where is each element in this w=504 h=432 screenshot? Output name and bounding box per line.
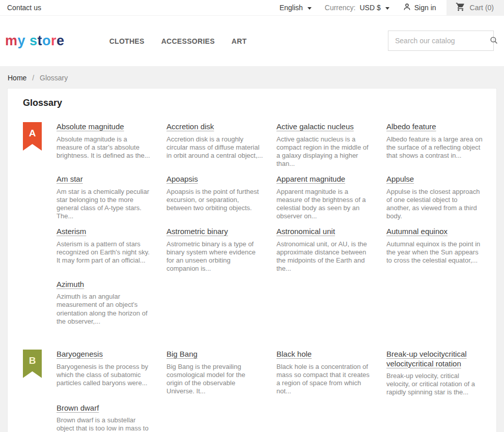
term-description: Apparent magnitude is a measure of the b… — [276, 188, 377, 220]
search-icon — [489, 36, 498, 46]
glossary-term: Accretion disk Accretion disk is a rough… — [166, 122, 267, 168]
store-logo[interactable]: my store — [5, 33, 65, 49]
glossary-term: Astrometric binary Astrometric binary is… — [166, 227, 267, 273]
term-description: Black hole is a concentration of mass so… — [276, 363, 377, 395]
top-bar: Contact us English Currency: USD $ Sign … — [0, 0, 504, 16]
term-description: Autumnal equinox is the point in the yea… — [386, 240, 487, 265]
glossary-term: Active galactic nucleus Active galactic … — [276, 122, 377, 168]
term-description: Azimuth is an angular measurement of an … — [57, 293, 157, 325]
search-input[interactable] — [388, 31, 487, 50]
glossary-term: Autumnal equinox Autumnal equinox is the… — [386, 227, 487, 273]
term-link[interactable]: Accretion disk — [166, 122, 214, 131]
term-description: Astrometric binary is a type of binary s… — [166, 240, 267, 273]
nav-item-art[interactable]: ART — [232, 37, 247, 45]
term-description: Brown dwarf is a substellar object that … — [57, 416, 157, 432]
term-description: Active galactic nucleus is a compact reg… — [276, 135, 377, 168]
page-body: Home / Glossary Glossary A Absolute magn… — [0, 66, 504, 432]
breadcrumb-current: Glossary — [40, 74, 68, 82]
currency-label: Currency: — [325, 4, 356, 12]
term-description: Albedo feature is a large area on the su… — [386, 135, 487, 160]
term-description: Big Bang is the prevailing cosmological … — [166, 363, 267, 395]
language-selected-label: English — [279, 4, 303, 12]
cart-label: Cart (0) — [470, 4, 494, 12]
currency-selected-label: USD $ — [360, 4, 381, 12]
glossary-panel: Glossary A Absolute magnitude Absolute m… — [7, 88, 497, 432]
term-description: Appulse is the closest approach of one c… — [386, 188, 487, 220]
term-link[interactable]: Appulse — [386, 175, 414, 183]
page-title: Glossary — [23, 98, 488, 108]
main-header: my store CLOTHES ACCESSORIES ART — [0, 16, 504, 66]
term-link[interactable]: Apparent magnitude — [276, 175, 345, 183]
glossary-term: Appulse Appulse is the closest approach … — [386, 175, 487, 220]
glossary-term: Am star Am star is a chemically peculiar… — [57, 175, 157, 220]
search-box — [388, 31, 494, 51]
term-link[interactable]: Black hole — [276, 350, 312, 358]
search-button[interactable] — [487, 36, 504, 46]
glossary-term: Apparent magnitude Apparent magnitude is… — [276, 175, 377, 220]
breadcrumb: Home / Glossary — [7, 66, 497, 88]
term-link[interactable]: Big Bang — [166, 350, 198, 358]
caret-down-icon — [385, 7, 389, 10]
term-link[interactable]: Asterism — [57, 227, 86, 236]
term-link[interactable]: Baryogenesis — [57, 350, 103, 358]
term-description: Accretion disk is a roughly circular mas… — [166, 135, 267, 160]
glossary-term: Absolute magnitude Absolute magnitude is… — [57, 122, 157, 168]
breadcrumb-separator: / — [32, 74, 34, 82]
glossary-letter-section: A Absolute magnitude Absolute magnitude … — [16, 122, 488, 326]
top-bar-right: English Currency: USD $ Sign in Car — [279, 0, 504, 15]
glossary-term: Baryogenesis Baryogenesis is the process… — [57, 350, 157, 397]
sign-in-link[interactable]: Sign in — [403, 0, 436, 15]
glossary-term: Asterism Asterism is a pattern of stars … — [57, 227, 157, 273]
contact-us-link[interactable]: Contact us — [7, 0, 41, 15]
letter-badge-label: B — [29, 355, 36, 366]
glossary-letter-section: B Baryogenesis Baryogenesis is the proce… — [16, 350, 488, 432]
term-link[interactable]: Active galactic nucleus — [276, 122, 354, 131]
letter-badge: B — [23, 350, 42, 378]
language-selector[interactable]: English — [279, 0, 312, 15]
terms-grid: Absolute magnitude Absolute magnitude is… — [57, 122, 488, 326]
glossary-term: Break-up velocitycritical velocitycritic… — [386, 350, 487, 397]
letter-badge: A — [23, 122, 42, 151]
glossary-term: Albedo feature Albedo feature is a large… — [386, 122, 487, 168]
term-link[interactable]: Break-up velocitycritical velocitycritic… — [386, 350, 467, 368]
glossary-term: Azimuth Azimuth is an angular measuremen… — [57, 280, 157, 326]
term-link[interactable]: Astronomical unit — [276, 227, 335, 236]
term-link[interactable]: Azimuth — [57, 280, 84, 289]
person-icon — [403, 3, 411, 13]
glossary-sections: A Absolute magnitude Absolute magnitude … — [16, 122, 488, 432]
term-description: Baryogenesis is the process by which the… — [57, 363, 157, 387]
term-link[interactable]: Albedo feature — [386, 122, 436, 131]
caret-down-icon — [307, 7, 312, 10]
shopping-cart-icon — [456, 2, 465, 13]
term-link[interactable]: Autumnal equinox — [386, 227, 447, 236]
letter-badge-column: B — [16, 350, 57, 432]
nav-item-accessories[interactable]: ACCESSORIES — [161, 37, 215, 45]
nav-item-clothes[interactable]: CLOTHES — [109, 37, 145, 45]
term-description: Am star is a chemically peculiar star be… — [57, 188, 157, 220]
term-description: Apoapsis is the point of furthest excurs… — [166, 188, 267, 212]
term-link[interactable]: Absolute magnitude — [57, 122, 124, 131]
letter-badge-column: A — [16, 122, 57, 326]
term-link[interactable]: Astrometric binary — [166, 227, 228, 236]
terms-grid: Baryogenesis Baryogenesis is the process… — [57, 350, 488, 432]
glossary-term: Black hole Black hole is a concentration… — [276, 350, 377, 397]
glossary-term: Brown dwarf Brown dwarf is a substellar … — [57, 404, 157, 432]
breadcrumb-home-link[interactable]: Home — [8, 74, 26, 82]
glossary-term: Big Bang Big Bang is the prevailing cosm… — [166, 350, 267, 397]
term-description: Absolute magnitude is a measure of a sta… — [57, 135, 157, 160]
term-description: Astronomical unit, or AU, is the approxi… — [276, 240, 377, 273]
term-description: Break-up velocity, critical velocity, or… — [386, 372, 487, 396]
currency-selector[interactable]: Currency: USD $ — [325, 0, 389, 15]
term-link[interactable]: Apoapsis — [166, 175, 198, 183]
cart-button[interactable]: Cart (0) — [446, 0, 504, 15]
glossary-term: Astronomical unit Astronomical unit, or … — [276, 227, 377, 273]
term-description: Asterism is a pattern of stars recognize… — [57, 240, 157, 265]
term-link[interactable]: Am star — [57, 175, 83, 183]
glossary-term: Apoapsis Apoapsis is the point of furthe… — [166, 175, 267, 220]
sign-in-label: Sign in — [414, 4, 436, 12]
term-link[interactable]: Brown dwarf — [57, 404, 99, 412]
main-nav: CLOTHES ACCESSORIES ART — [109, 37, 247, 45]
letter-badge-label: A — [29, 128, 36, 139]
